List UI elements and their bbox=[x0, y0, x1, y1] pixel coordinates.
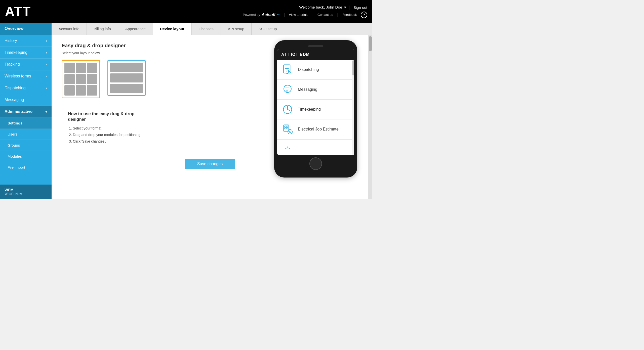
content-area: Account info Billing info Appearance Dev… bbox=[52, 23, 372, 199]
sidebar-bottom: WFM What's New bbox=[0, 185, 52, 199]
electrical-icon: $ bbox=[281, 123, 294, 136]
tabs-bar: Account info Billing info Appearance Dev… bbox=[52, 23, 372, 35]
list-cell bbox=[110, 73, 143, 82]
tab-account-info[interactable]: Account info bbox=[52, 23, 87, 35]
feedback-link[interactable]: Feedback bbox=[342, 13, 357, 17]
grid-cell bbox=[64, 85, 75, 96]
sign-out-link[interactable]: Sign out bbox=[353, 5, 367, 10]
sidebar-item-history[interactable]: History › bbox=[0, 35, 52, 47]
list-cell bbox=[110, 84, 143, 93]
phone-menu-messaging[interactable]: Messaging bbox=[277, 80, 354, 100]
separator: | bbox=[349, 5, 350, 10]
contact-us-link[interactable]: Contact us bbox=[317, 13, 333, 17]
chevron-icon: › bbox=[46, 51, 47, 55]
svg-point-5 bbox=[284, 85, 291, 93]
help-button[interactable]: ? bbox=[361, 12, 367, 18]
timekeeping-icon bbox=[281, 103, 294, 116]
list-layout-option[interactable] bbox=[107, 60, 146, 96]
messaging-icon bbox=[281, 83, 294, 96]
chevron-icon: › bbox=[46, 62, 47, 66]
phone-scroll[interactable] bbox=[352, 60, 354, 155]
grid-layout-option[interactable] bbox=[62, 60, 100, 98]
dispatching-icon bbox=[281, 63, 294, 76]
tab-licenses[interactable]: Licenses bbox=[192, 23, 221, 35]
phone-screen-content[interactable]: Dispatching bbox=[277, 60, 354, 155]
messaging-label: Messaging bbox=[298, 87, 317, 92]
whats-new-label[interactable]: What's New bbox=[5, 192, 47, 196]
svg-line-23 bbox=[286, 147, 288, 149]
scrollbar-thumb bbox=[369, 36, 372, 51]
separator2: | bbox=[284, 12, 285, 17]
svg-rect-16 bbox=[285, 128, 286, 129]
phone-menu-dispatching[interactable]: Dispatching bbox=[277, 60, 354, 80]
sidebar-item-overview[interactable]: Overview bbox=[0, 23, 52, 35]
svg-rect-15 bbox=[286, 126, 288, 127]
sidebar-item-timekeeping[interactable]: Timekeeping › bbox=[0, 47, 52, 59]
phone-home-button[interactable] bbox=[309, 157, 322, 170]
timekeeping-label: Timekeeping bbox=[298, 107, 321, 112]
sidebar-sub-file-import[interactable]: File import bbox=[0, 162, 52, 173]
sidebar-item-tracking[interactable]: Tracking › bbox=[0, 59, 52, 70]
sidebar-item-messaging[interactable]: Messaging bbox=[0, 94, 52, 106]
wfm-label: WFM bbox=[5, 188, 47, 192]
phone-screen: ATT IOT BDM bbox=[277, 49, 354, 155]
grid-cell bbox=[76, 63, 86, 73]
powered-by: Powered by Actsoft ~ bbox=[243, 12, 279, 17]
phone-scrollbar-thumb bbox=[352, 60, 354, 75]
svg-rect-14 bbox=[285, 126, 286, 127]
grid-cell bbox=[87, 74, 97, 84]
save-changes-button[interactable]: Save changes bbox=[185, 159, 235, 169]
phone-menu-timekeeping[interactable]: Timekeeping bbox=[277, 100, 354, 119]
phone-camera-area bbox=[277, 45, 354, 47]
phone-menu-partial bbox=[277, 139, 354, 155]
top-header: ATT Welcome back, John Doe ▾ | Sign out … bbox=[0, 0, 372, 23]
separator4: | bbox=[337, 12, 338, 17]
grid-cell bbox=[64, 74, 75, 84]
chevron-icon: › bbox=[46, 74, 47, 78]
dispatching-label: Dispatching bbox=[298, 67, 319, 72]
grid-cell bbox=[76, 85, 86, 96]
sidebar-item-wireless-forms[interactable]: Wireless forms › bbox=[0, 70, 52, 82]
sidebar-sub-modules[interactable]: Modules bbox=[0, 151, 52, 162]
instructions-list: 1. Select your format. 2. Drag and drop … bbox=[68, 126, 151, 143]
svg-text:$: $ bbox=[289, 130, 291, 134]
svg-line-24 bbox=[288, 147, 289, 149]
sidebar-sub-groups[interactable]: Groups bbox=[0, 140, 52, 151]
phone-home-bar bbox=[277, 157, 354, 170]
chevron-down-icon: ▾ bbox=[45, 110, 47, 114]
tab-sso-setup[interactable]: SSO setup bbox=[252, 23, 284, 35]
instructions-title: How to use the easy drag & drop designer bbox=[68, 111, 151, 122]
header-right: Welcome back, John Doe ▾ | Sign out Powe… bbox=[243, 5, 367, 18]
tab-api-setup[interactable]: API setup bbox=[221, 23, 252, 35]
svg-point-12 bbox=[287, 109, 288, 110]
list-cell bbox=[110, 63, 143, 72]
header-bottom-row: Powered by Actsoft ~ | View tutorials | … bbox=[243, 12, 367, 18]
right-scrollbar[interactable] bbox=[368, 35, 372, 199]
chevron-icon: › bbox=[46, 39, 47, 43]
separator3: | bbox=[312, 12, 313, 17]
phone-mockup-section: ATT IOT BDM bbox=[274, 40, 357, 178]
electrical-label: Electrical Job Estimate bbox=[298, 127, 339, 132]
view-tutorials-link[interactable]: View tutorials bbox=[289, 13, 308, 17]
partial-icon bbox=[281, 142, 294, 154]
tab-device-layout[interactable]: Device layout bbox=[153, 23, 192, 35]
grid-preview bbox=[64, 63, 97, 96]
phone-camera bbox=[308, 45, 323, 47]
sidebar-item-administrative[interactable]: Administrative ▾ bbox=[0, 106, 52, 118]
grid-cell bbox=[76, 74, 86, 84]
sidebar-item-dispatching[interactable]: Dispatching › bbox=[0, 82, 52, 94]
sidebar-sub-users[interactable]: Users bbox=[0, 129, 52, 140]
tab-billing-info[interactable]: Billing info bbox=[87, 23, 118, 35]
instructions-box: How to use the easy drag & drop designer… bbox=[62, 106, 157, 151]
instruction-step-2: 2. Drag and drop your modules for positi… bbox=[68, 133, 151, 137]
instruction-step-1: 1. Select your format. bbox=[68, 126, 151, 130]
phone-mockup: ATT IOT BDM bbox=[274, 40, 357, 178]
svg-rect-17 bbox=[286, 128, 288, 129]
grid-cell bbox=[87, 85, 97, 96]
chevron-icon: › bbox=[46, 86, 47, 90]
sidebar: Overview History › Timekeeping › Trackin… bbox=[0, 23, 52, 199]
sidebar-sub-settings[interactable]: Settings bbox=[0, 118, 52, 129]
phone-menu-electrical[interactable]: $ Electrical Job Estimate bbox=[277, 119, 354, 139]
tab-appearance[interactable]: Appearance bbox=[118, 23, 153, 35]
phone-screen-header: ATT IOT BDM bbox=[277, 49, 354, 60]
